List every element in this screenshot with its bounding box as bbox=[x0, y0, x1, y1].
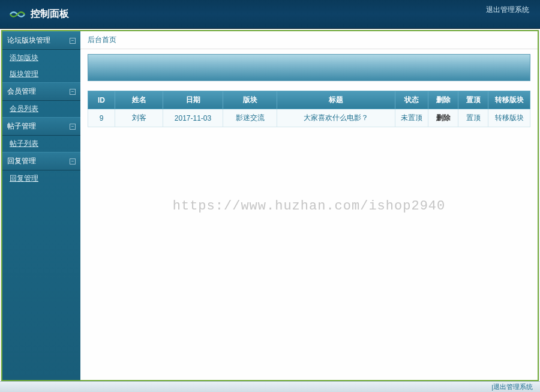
data-table: ID 姓名 日期 版块 标题 状态 删除 置顶 转移版块 9 刘客 bbox=[88, 91, 530, 127]
breadcrumb: 后台首页 bbox=[80, 31, 538, 49]
app-title: 控制面板 bbox=[31, 8, 69, 20]
cell-status[interactable]: 未置顶 bbox=[395, 109, 428, 127]
main-container: 论坛版块管理 − 添加版块 版块管理 会员管理 − 会员列表 帖子管理 − 帖子… bbox=[1, 30, 539, 381]
nav-group-label: 会员管理 bbox=[7, 86, 36, 97]
cell-title: 大家喜欢什么电影？ bbox=[277, 109, 395, 127]
header-left: 控制面板 bbox=[9, 8, 69, 20]
col-date: 日期 bbox=[163, 91, 223, 109]
table-header-row: ID 姓名 日期 版块 标题 状态 删除 置顶 转移版块 bbox=[88, 91, 530, 109]
nav-group-label: 回复管理 bbox=[7, 156, 36, 166]
main-content: 后台首页 https://www.huzhan.com/ishop2940 ID… bbox=[80, 31, 538, 380]
col-delete: 删除 bbox=[428, 91, 458, 109]
sidebar-item-add-section[interactable]: 添加版块 bbox=[2, 50, 80, 66]
nav-group-label: 论坛版块管理 bbox=[7, 35, 50, 46]
logo-icon bbox=[9, 8, 26, 20]
move-button[interactable]: 转移版块 bbox=[488, 109, 530, 127]
sidebar-item-section-manage[interactable]: 版块管理 bbox=[2, 66, 80, 82]
cell-id: 9 bbox=[88, 109, 115, 127]
col-top: 置顶 bbox=[458, 91, 488, 109]
collapse-icon: − bbox=[70, 158, 76, 164]
sidebar-item-post-list[interactable]: 帖子列表 bbox=[2, 136, 80, 152]
col-id: ID bbox=[88, 91, 115, 109]
col-title: 标题 bbox=[277, 91, 395, 109]
sidebar-item-reply-manage[interactable]: 回复管理 bbox=[2, 170, 80, 187]
delete-button[interactable]: 删除 bbox=[428, 109, 458, 127]
collapse-icon: − bbox=[70, 38, 76, 44]
logout-link-top[interactable]: 退出管理系统 bbox=[486, 5, 529, 15]
banner bbox=[88, 54, 530, 81]
sidebar: 论坛版块管理 − 添加版块 版块管理 会员管理 − 会员列表 帖子管理 − 帖子… bbox=[2, 31, 80, 380]
col-move: 转移版块 bbox=[488, 91, 530, 109]
app-header: 控制面板 bbox=[0, 0, 540, 29]
cell-name: 刘客 bbox=[115, 109, 163, 127]
nav-group-post[interactable]: 帖子管理 − bbox=[2, 117, 80, 136]
watermark: https://www.huzhan.com/ishop2940 bbox=[173, 198, 445, 213]
nav-group-reply[interactable]: 回复管理 − bbox=[2, 152, 80, 170]
cell-date: 2017-11-03 bbox=[163, 109, 223, 127]
data-table-wrap: ID 姓名 日期 版块 标题 状态 删除 置顶 转移版块 9 刘客 bbox=[88, 91, 530, 127]
nav-group-member[interactable]: 会员管理 − bbox=[2, 82, 80, 101]
col-status: 状态 bbox=[395, 91, 428, 109]
footer: | 退出管理系统 bbox=[0, 381, 540, 392]
col-name: 姓名 bbox=[115, 91, 163, 109]
top-button[interactable]: 置顶 bbox=[458, 109, 488, 127]
logout-link-bottom[interactable]: 退出管理系统 bbox=[493, 382, 533, 391]
sidebar-item-member-list[interactable]: 会员列表 bbox=[2, 101, 80, 117]
nav-group-forum[interactable]: 论坛版块管理 − bbox=[2, 31, 80, 50]
table-row: 9 刘客 2017-11-03 影迷交流 大家喜欢什么电影？ 未置顶 删除 置顶… bbox=[88, 109, 530, 127]
cell-section: 影迷交流 bbox=[223, 109, 277, 127]
collapse-icon: − bbox=[70, 124, 76, 130]
collapse-icon: − bbox=[70, 89, 76, 95]
col-section: 版块 bbox=[223, 91, 277, 109]
nav-group-label: 帖子管理 bbox=[7, 121, 36, 131]
